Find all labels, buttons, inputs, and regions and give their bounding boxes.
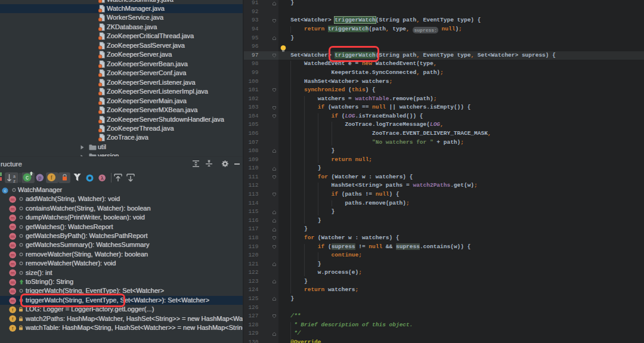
svg-text:p: p	[38, 175, 41, 181]
svg-text:m: m	[11, 224, 15, 230]
svg-text:c: c	[26, 174, 29, 181]
svg-text:m: m	[11, 280, 15, 285]
svg-text:c: c	[4, 188, 6, 193]
svg-text:a: a	[13, 174, 16, 178]
svg-text:m: m	[11, 261, 15, 267]
svg-text:m: m	[11, 270, 15, 276]
svg-text:m: m	[11, 215, 15, 221]
svg-text:m: m	[11, 243, 15, 248]
svg-text:m: m	[11, 298, 15, 304]
svg-text:m: m	[11, 206, 15, 212]
svg-text:m: m	[11, 234, 15, 239]
svg-text:λ: λ	[101, 175, 104, 181]
svg-text:m: m	[11, 252, 15, 258]
svg-text:z: z	[13, 178, 16, 183]
svg-text:m: m	[11, 289, 15, 294]
svg-text:m: m	[11, 197, 15, 202]
